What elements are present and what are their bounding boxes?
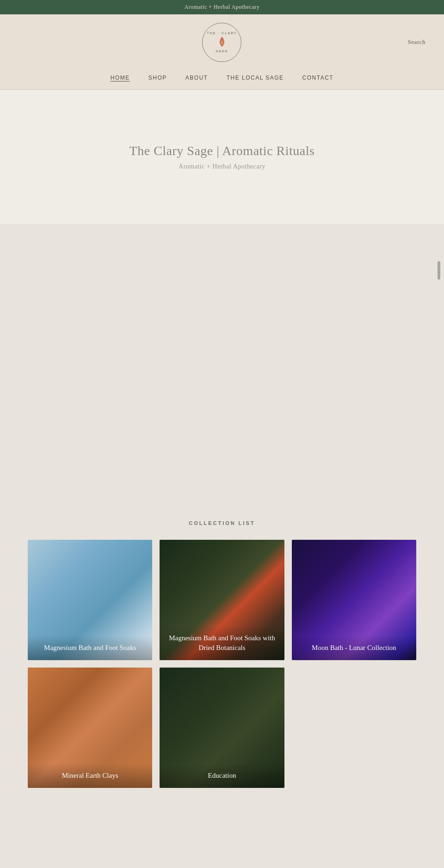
scrollbar-indicator — [438, 261, 440, 280]
collection-card-education[interactable]: Education — [160, 668, 284, 788]
card-label-mineral-earth: Mineral Earth Clays — [28, 763, 152, 788]
nav-item-shop[interactable]: SHOP — [148, 75, 167, 81]
top-banner: Aromatic + Herbal Apothecary — [0, 0, 444, 14]
nav-item-contact[interactable]: CONTACT — [302, 75, 334, 81]
collection-title: COLLECTION LIST — [28, 520, 416, 526]
site-logo[interactable]: THE · CLARY SAGE — [202, 23, 241, 62]
header-right: Search — [290, 38, 426, 46]
collection-card-empty — [292, 668, 416, 788]
flame-icon — [218, 36, 226, 49]
logo-bottom-text: SAGE — [216, 50, 228, 53]
nav-item-about[interactable]: ABOUT — [185, 75, 208, 81]
content-area — [0, 224, 444, 502]
nav-item-local-sage[interactable]: THE LOCAL SAGE — [227, 75, 284, 81]
collection-card-magnesium-bath[interactable]: Magnesium Bath and Foot Soaks — [28, 540, 152, 660]
hero-title: The Clary Sage | Aromatic Rituals — [130, 144, 315, 158]
card-label-moon-bath: Moon Bath - Lunar Collection — [292, 636, 416, 660]
header-center: THE · CLARY SAGE — [154, 23, 290, 62]
collection-card-magnesium-botanicals[interactable]: Magnesium Bath and Foot Soaks with Dried… — [160, 540, 284, 660]
nav-item-home[interactable]: HOME — [111, 75, 130, 81]
card-label-education: Education — [160, 763, 284, 788]
search-button[interactable]: Search — [408, 38, 426, 46]
logo-top-text: THE · CLARY — [207, 31, 237, 35]
card-label-magnesium-botanicals: Magnesium Bath and Foot Soaks with Dried… — [160, 626, 284, 660]
site-header: THE · CLARY SAGE Search — [0, 14, 444, 70]
collection-card-moon-bath[interactable]: Moon Bath - Lunar Collection — [292, 540, 416, 660]
collection-grid-row1: Magnesium Bath and Foot Soaks Magnesium … — [28, 540, 416, 660]
hero-subtitle: Aromatic + Herbal Apothecary — [179, 163, 265, 170]
collection-section: COLLECTION LIST Magnesium Bath and Foot … — [0, 502, 444, 816]
card-label-magnesium-bath: Magnesium Bath and Foot Soaks — [28, 636, 152, 660]
main-nav: HOME SHOP ABOUT THE LOCAL SAGE CONTACT — [0, 70, 444, 90]
banner-text: Aromatic + Herbal Apothecary — [184, 4, 259, 10]
hero-section: The Clary Sage | Aromatic Rituals Aromat… — [0, 90, 444, 224]
collection-card-mineral-earth[interactable]: Mineral Earth Clays — [28, 668, 152, 788]
collection-grid-row2: Mineral Earth Clays Education — [28, 668, 416, 788]
